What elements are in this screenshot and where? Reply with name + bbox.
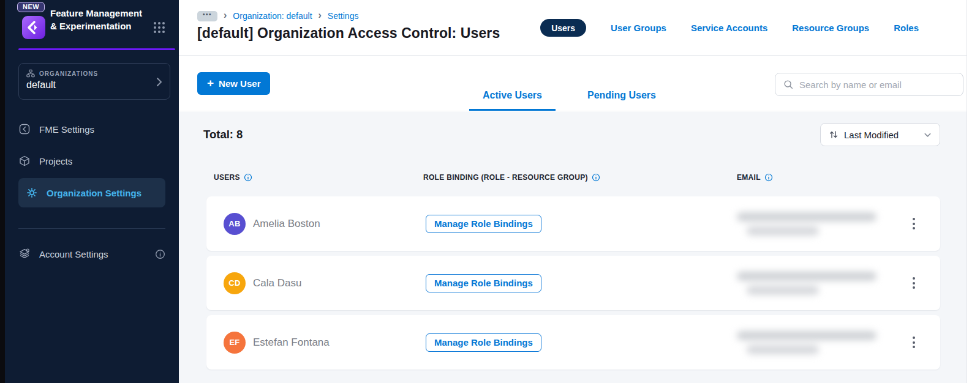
tab-resource-groups[interactable]: Resource Groups (792, 23, 869, 33)
column-header-label: USERS (214, 173, 240, 182)
breadcrumb-link-settings[interactable]: Settings (328, 11, 359, 21)
tab-users[interactable]: Users (540, 19, 586, 37)
table-row: CD Cala Dasu Manage Role Bindings (206, 256, 940, 310)
avatar: EF (224, 332, 246, 354)
avatar: CD (224, 272, 246, 294)
info-icon[interactable] (244, 173, 252, 182)
fme-app-logo-icon (22, 16, 45, 39)
org-hierarchy-icon (26, 69, 35, 78)
plus-icon: + (207, 77, 214, 90)
info-icon[interactable] (764, 173, 773, 182)
email-cell (720, 331, 903, 354)
role-binding-cell: Manage Role Bindings (426, 274, 720, 292)
page-right-edge (967, 0, 980, 383)
manage-role-bindings-button[interactable]: Manage Role Bindings (426, 274, 541, 292)
email-redacted (737, 212, 903, 236)
column-header-role-binding: ROLE BINDING (ROLE - RESOURCE GROUP) (423, 173, 737, 182)
user-cell: CD Cala Dasu (224, 272, 426, 294)
organization-value: default (26, 80, 162, 91)
app-window: NEW Feature Management & Experimentation (0, 0, 980, 383)
breadcrumb-link-organization[interactable]: Organization: default (233, 11, 312, 21)
tab-user-groups[interactable]: User Groups (611, 23, 666, 33)
page-header: ••• › Organization: default › Settings [… (179, 0, 967, 56)
app-switcher-grid-icon[interactable] (152, 20, 167, 35)
total-count: Total: 8 (203, 128, 243, 141)
search-box (775, 73, 963, 96)
email-cell (720, 212, 903, 236)
info-icon[interactable] (592, 173, 600, 182)
table-header-row: USERS ROLE BINDING (ROLE - RESOURCE GROU… (214, 173, 940, 182)
page-title: [default] Organization Access Control: U… (197, 25, 500, 42)
email-cell (720, 272, 903, 295)
sidebar-divider (18, 228, 165, 229)
organizations-selector[interactable]: ORGANIZATIONS default (18, 63, 170, 100)
sidebar-item-organization-settings[interactable]: Organization Settings (18, 178, 165, 207)
sidebar-item-label: Organization Settings (47, 188, 141, 198)
users-list-panel: Total: 8 Last Modified (179, 112, 967, 383)
organizations-label: ORGANIZATIONS (39, 70, 98, 77)
email-redacted (737, 272, 903, 295)
sidebar-item-projects[interactable]: Projects (18, 152, 165, 170)
manage-role-bindings-button[interactable]: Manage Role Bindings (426, 215, 541, 233)
row-kebab-menu-icon[interactable] (909, 333, 919, 352)
column-header-label: ROLE BINDING (ROLE - RESOURCE GROUP) (423, 173, 588, 182)
row-kebab-menu-icon[interactable] (909, 214, 919, 233)
tab-active-users[interactable]: Active Users (469, 90, 556, 111)
users-table: AB Amelia Boston Manage Role Bindings (206, 196, 940, 374)
tab-roles[interactable]: Roles (894, 23, 919, 33)
breadcrumb-separator-icon: › (318, 10, 322, 21)
main-area: ••• › Organization: default › Settings [… (179, 0, 967, 383)
sidebar-item-label: FME Settings (39, 124, 94, 135)
new-user-button-label: New User (219, 78, 260, 89)
fme-logo-outline-icon (18, 123, 31, 135)
sidebar-item-account-settings[interactable]: Account Settings (18, 245, 165, 263)
sidebar-item-fme-settings[interactable]: FME Settings (18, 120, 165, 138)
user-name: Amelia Boston (253, 218, 320, 230)
sidebar-accent-rule (18, 48, 175, 50)
sidebar-item-label: Projects (39, 156, 72, 166)
access-control-nav: Users User Groups Service Accounts Resou… (540, 19, 919, 37)
column-header-label: EMAIL (737, 173, 761, 182)
sort-arrows-icon (829, 130, 839, 139)
info-icon[interactable] (155, 249, 165, 259)
toolbar: + New User Active Users Pending Users (179, 56, 967, 111)
users-tabs: Active Users Pending Users (469, 90, 669, 111)
sidebar-item-label: Account Settings (39, 249, 108, 259)
new-badge: NEW (17, 2, 45, 12)
email-redacted (737, 331, 903, 354)
chevron-down-icon (924, 131, 932, 139)
role-binding-cell: Manage Role Bindings (426, 215, 720, 233)
tab-pending-users[interactable]: Pending Users (574, 90, 669, 111)
manage-role-bindings-button[interactable]: Manage Role Bindings (426, 333, 541, 352)
breadcrumb-ellipsis-icon[interactable]: ••• (197, 11, 217, 21)
new-user-button[interactable]: + New User (197, 72, 270, 95)
sort-value: Last Modified (844, 130, 899, 140)
user-name: Estefan Fontana (253, 337, 330, 349)
row-kebab-menu-icon[interactable] (909, 273, 919, 292)
layers-icon (18, 248, 31, 260)
role-binding-cell: Manage Role Bindings (426, 333, 720, 352)
avatar: AB (224, 213, 246, 235)
search-icon (783, 79, 794, 90)
table-row: EF Estefan Fontana Manage Role Bindings (206, 315, 940, 370)
user-name: Cala Dasu (253, 277, 301, 289)
user-cell: EF Estefan Fontana (224, 332, 426, 354)
breadcrumb-separator-icon: › (224, 10, 227, 21)
chevron-right-icon (156, 77, 162, 87)
column-header-email: EMAIL (737, 173, 940, 182)
search-input[interactable] (799, 80, 956, 90)
sidebar-menu: FME Settings Projects (18, 120, 165, 263)
sidebar: NEW Feature Management & Experimentation (5, 0, 179, 383)
table-row: AB Amelia Boston Manage Role Bindings (206, 196, 940, 251)
tab-service-accounts[interactable]: Service Accounts (691, 23, 767, 33)
breadcrumb: ••• › Organization: default › Settings (197, 10, 358, 21)
cube-icon (18, 155, 31, 167)
sort-dropdown[interactable]: Last Modified (820, 123, 940, 146)
user-cell: AB Amelia Boston (224, 213, 426, 235)
background-window-strip (0, 0, 5, 383)
gear-icon (26, 187, 38, 199)
column-header-users: USERS (214, 173, 423, 182)
app-title: Feature Management & Experimentation (50, 7, 143, 32)
